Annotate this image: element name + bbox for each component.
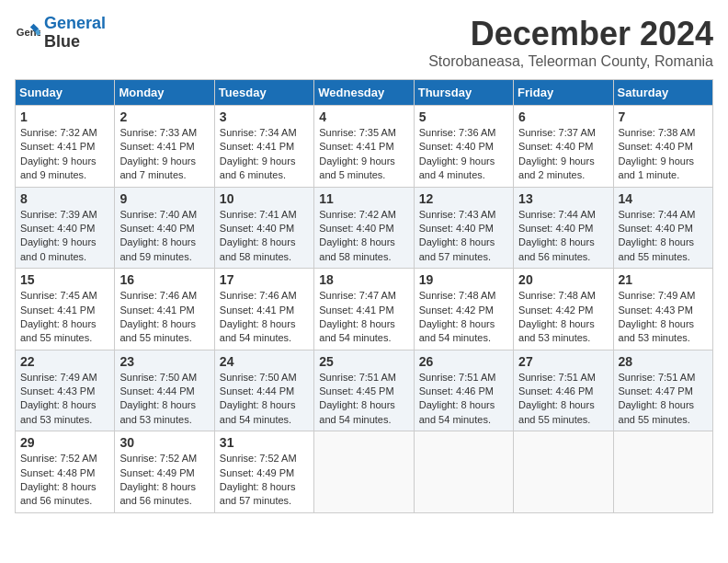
day-info: Sunrise: 7:45 AM Sunset: 4:41 PM Dayligh…: [20, 289, 109, 346]
day-info: Sunrise: 7:52 AM Sunset: 4:49 PM Dayligh…: [119, 452, 209, 509]
day-cell-19: 19 Sunrise: 7:48 AM Sunset: 4:42 PM Dayl…: [414, 269, 513, 350]
week-row-2: 8 Sunrise: 7:39 AM Sunset: 4:40 PM Dayli…: [16, 187, 713, 269]
day-info: Sunrise: 7:38 AM Sunset: 4:40 PM Dayligh…: [619, 126, 708, 183]
sunset-label: Sunset: 4:47 PM: [619, 385, 693, 396]
empty-cell: [414, 431, 513, 513]
sunset-label: Sunset: 4:42 PM: [419, 304, 494, 316]
week-row-3: 15 Sunrise: 7:45 AM Sunset: 4:41 PM Dayl…: [16, 269, 713, 350]
daylight-label: Daylight: 9 hours and 1 minute.: [619, 155, 695, 180]
sunrise-label: Sunrise: 7:40 AM: [119, 209, 197, 220]
day-info: Sunrise: 7:46 AM Sunset: 4:41 PM Dayligh…: [220, 289, 309, 346]
sunset-label: Sunset: 4:40 PM: [619, 223, 693, 234]
day-number: 14: [619, 191, 708, 206]
daylight-label: Daylight: 8 hours and 59 minutes.: [119, 236, 196, 261]
sunrise-label: Sunrise: 7:45 AM: [20, 290, 97, 301]
sunrise-label: Sunrise: 7:41 AM: [220, 209, 297, 220]
week-row-4: 22 Sunrise: 7:49 AM Sunset: 4:43 PM Dayl…: [16, 350, 713, 431]
day-cell-20: 20 Sunrise: 7:48 AM Sunset: 4:42 PM Dayl…: [514, 269, 613, 350]
day-info: Sunrise: 7:41 AM Sunset: 4:40 PM Dayligh…: [220, 208, 309, 265]
day-info: Sunrise: 7:51 AM Sunset: 4:46 PM Dayligh…: [518, 371, 608, 428]
sunset-label: Sunset: 4:49 PM: [220, 467, 294, 478]
day-number: 24: [220, 354, 309, 369]
daylight-label: Daylight: 8 hours and 55 minutes.: [119, 318, 196, 343]
day-number: 5: [419, 109, 508, 124]
day-info: Sunrise: 7:50 AM Sunset: 4:44 PM Dayligh…: [220, 371, 309, 428]
calendar: SundayMondayTuesdayWednesdayThursdayFrid…: [15, 79, 713, 513]
daylight-label: Daylight: 8 hours and 56 minutes.: [20, 481, 97, 506]
day-cell-27: 27 Sunrise: 7:51 AM Sunset: 4:46 PM Dayl…: [514, 350, 613, 431]
logo: General GeneralBlue: [15, 15, 106, 52]
day-info: Sunrise: 7:43 AM Sunset: 4:40 PM Dayligh…: [419, 208, 508, 265]
daylight-label: Daylight: 8 hours and 55 minutes.: [518, 399, 595, 424]
sunset-label: Sunset: 4:41 PM: [119, 304, 194, 316]
week-row-1: 1 Sunrise: 7:32 AM Sunset: 4:41 PM Dayli…: [16, 106, 713, 188]
day-number: 20: [518, 272, 608, 287]
day-number: 12: [419, 191, 508, 206]
day-number: 27: [518, 354, 608, 369]
sunset-label: Sunset: 4:43 PM: [619, 304, 693, 316]
sunrise-label: Sunrise: 7:48 AM: [419, 290, 496, 301]
sunrise-label: Sunrise: 7:50 AM: [119, 372, 197, 383]
sunset-label: Sunset: 4:44 PM: [220, 385, 294, 396]
day-number: 31: [220, 435, 309, 450]
day-info: Sunrise: 7:49 AM Sunset: 4:43 PM Dayligh…: [619, 289, 708, 346]
sunset-label: Sunset: 4:40 PM: [419, 141, 494, 152]
day-info: Sunrise: 7:44 AM Sunset: 4:40 PM Dayligh…: [619, 208, 708, 265]
day-number: 25: [319, 354, 408, 369]
day-cell-10: 10 Sunrise: 7:41 AM Sunset: 4:40 PM Dayl…: [214, 187, 313, 269]
daylight-label: Daylight: 8 hours and 56 minutes.: [518, 236, 595, 261]
sunrise-label: Sunrise: 7:34 AM: [220, 127, 297, 138]
day-number: 8: [20, 191, 109, 206]
sunrise-label: Sunrise: 7:51 AM: [619, 372, 696, 383]
daylight-label: Daylight: 8 hours and 53 minutes.: [20, 399, 97, 424]
day-number: 19: [419, 272, 508, 287]
day-cell-14: 14 Sunrise: 7:44 AM Sunset: 4:40 PM Dayl…: [613, 187, 712, 269]
location-title: Storobaneasa, Teleorman County, Romania: [428, 53, 713, 70]
weekday-header-sunday: Sunday: [16, 80, 115, 106]
daylight-label: Daylight: 8 hours and 54 minutes.: [220, 399, 296, 424]
day-cell-25: 25 Sunrise: 7:51 AM Sunset: 4:45 PM Dayl…: [314, 350, 414, 431]
daylight-label: Daylight: 9 hours and 6 minutes.: [220, 155, 296, 180]
day-cell-4: 4 Sunrise: 7:35 AM Sunset: 4:41 PM Dayli…: [314, 106, 414, 188]
sunrise-label: Sunrise: 7:46 AM: [119, 290, 197, 301]
sunset-label: Sunset: 4:40 PM: [518, 223, 593, 234]
day-info: Sunrise: 7:37 AM Sunset: 4:40 PM Dayligh…: [518, 126, 608, 183]
day-number: 9: [119, 191, 209, 206]
day-cell-18: 18 Sunrise: 7:47 AM Sunset: 4:41 PM Dayl…: [314, 269, 414, 350]
day-cell-28: 28 Sunrise: 7:51 AM Sunset: 4:47 PM Dayl…: [613, 350, 712, 431]
daylight-label: Daylight: 8 hours and 58 minutes.: [220, 236, 296, 261]
sunset-label: Sunset: 4:40 PM: [119, 223, 194, 234]
sunrise-label: Sunrise: 7:51 AM: [518, 372, 596, 383]
sunrise-label: Sunrise: 7:51 AM: [319, 372, 396, 383]
sunrise-label: Sunrise: 7:49 AM: [619, 290, 696, 301]
day-number: 13: [518, 191, 608, 206]
daylight-label: Daylight: 8 hours and 55 minutes.: [20, 318, 97, 343]
daylight-label: Daylight: 8 hours and 54 minutes.: [419, 318, 495, 343]
day-number: 7: [619, 109, 708, 124]
day-number: 1: [20, 109, 109, 124]
day-cell-7: 7 Sunrise: 7:38 AM Sunset: 4:40 PM Dayli…: [613, 106, 712, 188]
sunrise-label: Sunrise: 7:38 AM: [619, 127, 696, 138]
title-area: December 2024 Storobaneasa, Teleorman Co…: [428, 15, 713, 70]
day-cell-5: 5 Sunrise: 7:36 AM Sunset: 4:40 PM Dayli…: [414, 106, 513, 188]
daylight-label: Daylight: 9 hours and 4 minutes.: [419, 155, 495, 180]
sunrise-label: Sunrise: 7:51 AM: [419, 372, 496, 383]
day-info: Sunrise: 7:52 AM Sunset: 4:49 PM Dayligh…: [220, 452, 309, 509]
day-info: Sunrise: 7:51 AM Sunset: 4:45 PM Dayligh…: [319, 371, 408, 428]
day-cell-2: 2 Sunrise: 7:33 AM Sunset: 4:41 PM Dayli…: [115, 106, 214, 188]
day-number: 29: [20, 435, 109, 450]
weekday-header-wednesday: Wednesday: [314, 80, 414, 106]
day-cell-21: 21 Sunrise: 7:49 AM Sunset: 4:43 PM Dayl…: [613, 269, 712, 350]
day-info: Sunrise: 7:52 AM Sunset: 4:48 PM Dayligh…: [20, 452, 109, 509]
sunset-label: Sunset: 4:48 PM: [20, 467, 95, 478]
daylight-label: Daylight: 8 hours and 54 minutes.: [319, 318, 395, 343]
day-number: 16: [119, 272, 209, 287]
sunset-label: Sunset: 4:40 PM: [20, 223, 95, 234]
day-cell-29: 29 Sunrise: 7:52 AM Sunset: 4:48 PM Dayl…: [16, 431, 115, 513]
daylight-label: Daylight: 8 hours and 57 minutes.: [220, 481, 296, 506]
day-number: 18: [319, 272, 408, 287]
day-number: 21: [619, 272, 708, 287]
day-cell-30: 30 Sunrise: 7:52 AM Sunset: 4:49 PM Dayl…: [115, 431, 214, 513]
day-cell-26: 26 Sunrise: 7:51 AM Sunset: 4:46 PM Dayl…: [414, 350, 513, 431]
sunset-label: Sunset: 4:43 PM: [20, 385, 95, 396]
